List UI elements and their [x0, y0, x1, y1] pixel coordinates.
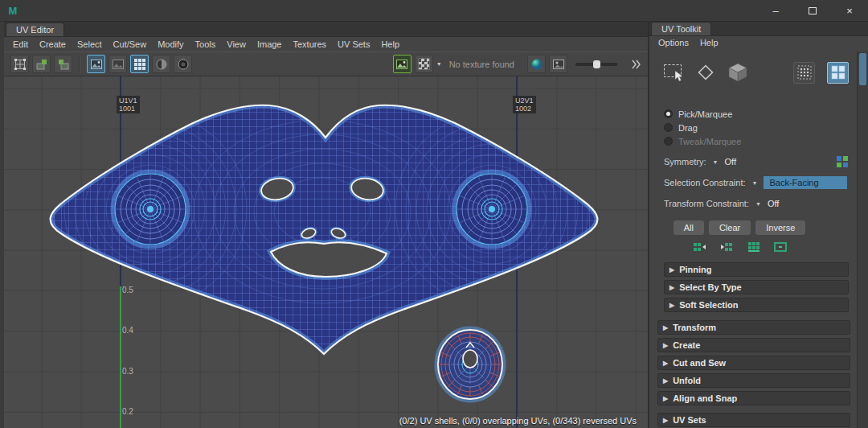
symmetry-row: Symmetry: ▼ Off [656, 151, 850, 172]
symmetry-value[interactable]: Off [725, 157, 736, 167]
snap-uv-button[interactable] [32, 55, 51, 73]
section-select-by-type-label: Select By Type [679, 282, 741, 292]
collapse-arrow-icon: ▶ [669, 266, 674, 274]
marquee-tool-icon[interactable] [662, 62, 685, 83]
cube-icon[interactable] [727, 62, 749, 83]
mouth-hole [271, 242, 387, 277]
section-align-and-snap[interactable]: ▶ Align and Snap [657, 391, 850, 405]
select-border-icon[interactable] [774, 241, 787, 253]
menu-tools[interactable]: Tools [190, 38, 222, 51]
checker-tiles-icon [831, 65, 845, 80]
selection-constraint-caret-icon[interactable]: ▼ [752, 180, 758, 186]
section-create-label: Create [673, 340, 700, 350]
menu-create[interactable]: Create [34, 38, 72, 51]
checker-map-button[interactable] [415, 55, 433, 73]
snap-uv-icon [35, 58, 48, 71]
axis-label-0-3: 0.3 [122, 367, 133, 376]
isolate-view-button[interactable] [174, 55, 192, 73]
menu-textures[interactable]: Textures [287, 38, 332, 51]
uv-toolkit-panel: UV Toolkit Options Help [649, 22, 868, 428]
uv-toolkit-menubar: Options Help [649, 36, 868, 49]
uv-editor-panel: UV Editor Edit Create Select Cut/Sew Mod… [0, 22, 648, 428]
menu-uv-sets[interactable]: UV Sets [332, 38, 375, 51]
section-soft-selection-label: Soft Selection [679, 300, 738, 310]
selection-constraint-row: Selection Constraint: ▼ Back-Facing [656, 172, 850, 193]
menu-image[interactable]: Image [252, 38, 288, 51]
symmetry-options-icon[interactable] [836, 155, 849, 168]
pixel-snap-button[interactable] [130, 55, 149, 73]
inverse-selection-button[interactable]: Inverse [755, 220, 805, 235]
tab-uv-editor[interactable]: UV Editor [6, 23, 64, 36]
toolkit-scrollbar-thumb[interactable] [859, 53, 866, 85]
radio-pick-marquee[interactable]: Pick/Marquee [664, 107, 850, 121]
toolkit-scrollbar[interactable] [857, 51, 868, 428]
menu-view[interactable]: View [221, 38, 252, 51]
clear-selection-button[interactable]: Clear [709, 220, 751, 235]
menu-select[interactable]: Select [72, 38, 108, 51]
menu-cut-sew[interactable]: Cut/Sew [108, 38, 153, 51]
texture-status-label: No texture found [449, 60, 514, 69]
close-button[interactable]: × [831, 0, 868, 21]
menu-help[interactable]: Help [375, 38, 405, 51]
grow-selection-icon[interactable] [720, 241, 734, 253]
move-uv-button[interactable] [54, 55, 72, 73]
symmetry-caret-icon[interactable]: ▼ [713, 159, 719, 165]
uv-viewport[interactable]: U1V1 1001 U2V1 1002 0.5 0.4 0.3 0.2 (0/2… [4, 76, 648, 428]
uv-statistics-status: (0/2) UV shells, (0/0) overlapping UVs, … [399, 416, 637, 426]
selection-mode-group: Pick/Marquee Drag Tweak/Marquee [656, 107, 850, 148]
collapse-arrow-icon: ▶ [663, 360, 668, 367]
select-all-button[interactable]: All [674, 220, 704, 235]
exposure-slider[interactable] [575, 63, 617, 66]
lens-icon [177, 58, 190, 71]
image-frame-button[interactable] [549, 55, 567, 73]
section-unfold[interactable]: ▶ Unfold [657, 373, 850, 388]
transform-constraint-caret-icon[interactable]: ▼ [755, 201, 761, 207]
material-sphere-button[interactable] [527, 55, 546, 73]
toolkit-tool-row [656, 51, 850, 88]
menu-modify[interactable]: Modify [152, 38, 189, 51]
uv-shell-small[interactable] [436, 328, 504, 401]
menu-edit[interactable]: Edit [7, 38, 34, 51]
section-select-by-type[interactable]: ▶ Select By Type [664, 280, 849, 294]
section-soft-selection[interactable]: ▶ Soft Selection [664, 298, 849, 312]
display-image-button[interactable] [87, 55, 105, 73]
transform-constraint-value[interactable]: Off [768, 199, 779, 208]
uv-toolkit-body: Pick/Marquee Drag Tweak/Marquee Symmetry… [649, 49, 868, 428]
grid-points-icon [797, 65, 812, 80]
exposure-slider-handle[interactable] [593, 60, 600, 68]
tab-uv-toolkit[interactable]: UV Toolkit [651, 22, 711, 35]
section-transform[interactable]: ▶ Transform [657, 320, 850, 335]
image-ratio-icon [112, 58, 125, 71]
grid-points-toggle[interactable] [793, 62, 815, 84]
selection-constraint-value[interactable]: Back-Facing [764, 176, 847, 189]
section-pinning[interactable]: ▶ Pinning [664, 262, 849, 277]
uv-viewport-canvas[interactable] [4, 76, 648, 428]
image-frame-icon [552, 58, 565, 71]
collapse-arrow-icon: ▶ [663, 342, 668, 349]
radio-pick-marquee-label: Pick/Marquee [678, 109, 732, 119]
checker-tiles-toggle[interactable] [827, 62, 849, 84]
texture-image-button[interactable] [393, 55, 411, 73]
toolkit-main-sections: ▶ Transform ▶ Create ▶ Cut and Sew ▶ Unf… [657, 320, 850, 427]
collapse-arrow-icon: ▶ [663, 324, 668, 331]
uv-editor-toolbar: ▼ No texture found [4, 51, 648, 76]
radio-drag[interactable]: Drag [664, 121, 850, 134]
checker-caret-icon[interactable]: ▼ [436, 61, 442, 67]
section-create[interactable]: ▶ Create [657, 338, 850, 352]
uv-diamond-icon[interactable] [695, 62, 716, 83]
menu-toolkit-help[interactable]: Help [694, 36, 724, 49]
image-ratio-button[interactable] [108, 55, 127, 73]
shrink-selection-icon[interactable] [693, 241, 706, 253]
maximize-button[interactable] [794, 0, 831, 21]
image-icon [90, 58, 103, 71]
section-cut-and-sew[interactable]: ▶ Cut and Sew [657, 356, 850, 370]
udim-tile-label-1001: U1V1 1001 [117, 96, 140, 113]
expand-toolbar-icon[interactable] [630, 59, 641, 70]
lattice-tool-button[interactable] [10, 55, 29, 73]
minimize-button[interactable]: – [757, 0, 794, 21]
select-shell-icon[interactable] [747, 241, 760, 253]
shaded-view-button[interactable] [152, 55, 170, 73]
menu-options[interactable]: Options [653, 36, 694, 49]
radio-unselected-icon [664, 123, 673, 132]
section-uv-sets[interactable]: ▶ UV Sets [657, 413, 850, 427]
